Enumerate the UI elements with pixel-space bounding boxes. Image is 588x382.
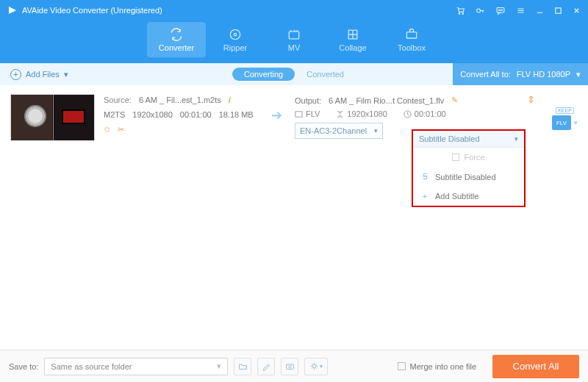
main-toolbar: Converter Ripper MV Collage Toolbox	[0, 21, 588, 63]
tab-toolbox-label: Toolbox	[398, 43, 426, 52]
svg-point-0	[459, 12, 460, 14]
subtitle-option-force: Force	[413, 148, 524, 167]
arrow-icon: ➔	[267, 107, 286, 123]
tab-collage-label: Collage	[339, 43, 366, 52]
close-icon[interactable]	[573, 7, 581, 15]
save-to-label: Save to:	[9, 362, 38, 371]
cart-icon[interactable]	[456, 6, 465, 15]
svg-point-17	[312, 364, 316, 368]
tab-ripper-label: Ripper	[223, 43, 247, 52]
chevron-down-icon[interactable]: ▾	[574, 119, 578, 126]
save-folder-value: Same as source folder	[51, 362, 132, 371]
save-folder-select[interactable]: Same as source folder ▾	[44, 358, 228, 375]
source-label: Source:	[104, 96, 132, 104]
edit-icon[interactable]: ✎	[451, 96, 458, 105]
format-badge[interactable]: FLV	[552, 115, 571, 130]
svg-rect-7	[556, 7, 561, 12]
maximize-icon[interactable]	[554, 7, 562, 15]
chevron-down-icon: ▾	[514, 135, 518, 143]
tab-collage[interactable]: Collage	[323, 22, 382, 57]
tab-converting[interactable]: Converting	[232, 68, 295, 81]
tab-converter[interactable]: Converter	[147, 22, 206, 57]
audio-select-value: EN-AC3-2Channel	[300, 126, 367, 135]
snapshot-button[interactable]	[281, 358, 298, 375]
tab-ripper[interactable]: Ripper	[206, 22, 265, 57]
output-filename: 6 AM _ Film Rio...t Contest_1.flv	[329, 96, 444, 105]
feedback-icon[interactable]	[495, 6, 506, 15]
subtitle-option-add[interactable]: + Add Subtitle	[413, 187, 524, 206]
tab-converted[interactable]: Converted	[295, 68, 356, 81]
svg-rect-12	[406, 32, 416, 38]
output-container: FLV	[306, 109, 320, 118]
subtitle-dropdown: Subtitle Disabled ▾ Force Ꞩ Subtitle Dis…	[412, 129, 526, 207]
source-filename: 6 AM _ Fil...est_1.m2ts	[139, 96, 221, 104]
add-subtitle-label: Add Subtitle	[435, 192, 478, 201]
add-files-button[interactable]: + Add Files ▾	[10, 69, 68, 80]
svg-point-5	[501, 10, 501, 10]
merge-checkbox[interactable]: Merge into one file	[398, 362, 477, 371]
source-container: M2TS	[104, 110, 125, 119]
merge-label: Merge into one file	[410, 362, 477, 371]
audio-select[interactable]: EN-AC3-2Channel ▾	[295, 123, 383, 139]
tab-converter-label: Converter	[159, 43, 194, 52]
tab-mv-label: MV	[288, 43, 301, 52]
add-files-label: Add Files	[26, 70, 60, 79]
chevron-down-icon: ▾	[217, 361, 221, 371]
bottom-bar: Save to: Same as source folder ▾ ▾ Merge…	[0, 350, 588, 382]
open-folder-button[interactable]	[234, 358, 251, 375]
svg-point-1	[462, 12, 464, 14]
svg-point-6	[502, 10, 503, 10]
subtitle-force-label: Force	[464, 153, 484, 162]
cut-icon[interactable]: ✂	[118, 125, 124, 134]
svg-point-16	[289, 366, 291, 368]
thumbnail[interactable]	[10, 94, 95, 141]
svg-rect-15	[286, 364, 293, 370]
app-title: AVAide Video Converter (Unregistered)	[22, 6, 456, 15]
keep-badge: KEEP	[556, 107, 574, 114]
output-resolution: 1920x1080	[347, 109, 387, 118]
minimize-icon[interactable]	[536, 7, 544, 15]
output-label: Output:	[295, 96, 321, 105]
subtitle-off-icon: Ꞩ	[420, 172, 429, 181]
app-logo-icon	[7, 5, 18, 15]
chevron-down-icon: ▾	[576, 70, 581, 79]
menu-icon[interactable]	[516, 6, 526, 15]
source-meta: Source: 6 AM _ Fil...est_1.m2ts i M2TS 1…	[104, 94, 258, 141]
checkbox-icon	[398, 362, 406, 370]
chevron-down-icon: ▾	[374, 127, 378, 134]
settings-button[interactable]: ▾	[304, 358, 328, 375]
subtitle-option-disabled[interactable]: Ꞩ Subtitle Disabled	[413, 167, 524, 187]
tab-toolbox[interactable]: Toolbox	[382, 22, 441, 57]
svg-point-4	[498, 10, 499, 10]
svg-point-9	[234, 33, 236, 35]
svg-rect-13	[295, 111, 302, 116]
plus-icon: +	[420, 192, 429, 201]
svg-point-8	[230, 29, 240, 39]
source-size: 18.18 MB	[219, 110, 254, 119]
checkbox-icon	[452, 154, 459, 161]
convert-all-to-select[interactable]: Convert All to: FLV HD 1080P ▾	[453, 63, 588, 85]
compress-icon[interactable]: ⇕	[527, 94, 535, 105]
subtitle-select-value: Subtitle Disabled	[419, 134, 480, 143]
info-icon[interactable]: i	[229, 96, 231, 104]
subtitle-select[interactable]: Subtitle Disabled ▾	[413, 131, 524, 148]
svg-rect-10	[289, 32, 298, 39]
plus-icon: +	[10, 69, 21, 80]
content-area: Source: 6 AM _ Fil...est_1.m2ts i M2TS 1…	[0, 85, 588, 350]
convert-all-to-value: FLV HD 1080P	[517, 70, 570, 79]
output-duration: 00:01:00	[415, 109, 446, 118]
source-resolution: 1920x1080	[132, 110, 172, 119]
status-tabs: Converting Converted	[232, 68, 356, 81]
svg-point-2	[477, 9, 481, 12]
convert-all-button[interactable]: Convert All	[492, 355, 579, 378]
edit-tool-button[interactable]	[257, 358, 275, 375]
source-duration: 00:01:00	[180, 110, 212, 119]
titlebar: AVAide Video Converter (Unregistered)	[0, 0, 588, 21]
subbar: + Add Files ▾ Converting Converted Conve…	[0, 63, 588, 85]
chevron-down-icon: ▾	[64, 70, 68, 79]
key-icon[interactable]	[476, 6, 485, 15]
pin-icon[interactable]: ✩	[104, 125, 110, 134]
convert-all-to-label: Convert All to:	[460, 70, 510, 79]
tab-mv[interactable]: MV	[265, 22, 323, 57]
subtitle-disabled-label: Subtitle Disabled	[435, 173, 496, 181]
